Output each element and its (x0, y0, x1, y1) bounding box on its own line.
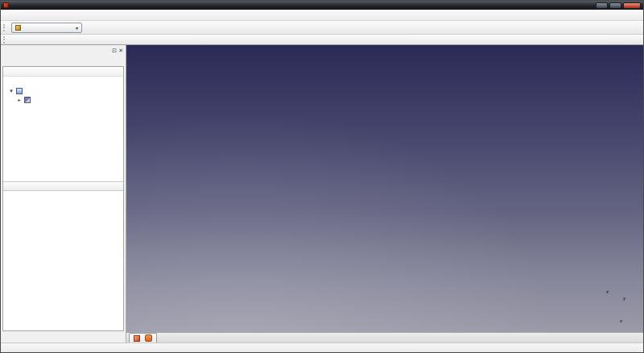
close-button[interactable] (623, 2, 641, 9)
tree-item-document[interactable]: ▼ (3, 86, 123, 95)
float-panel-icon[interactable]: ⊡ (112, 48, 117, 53)
freecad-logo-icon (3, 2, 9, 8)
tree-collapsed-icon[interactable]: ▸ (16, 97, 23, 102)
axis-cross: z y x (595, 287, 632, 324)
toolbar-standard: ▾ (1, 21, 643, 35)
workbench-icon (15, 25, 21, 31)
tree-item-application[interactable] (3, 77, 123, 86)
document-icon (16, 88, 23, 94)
freecad-window: { "window": { "title": "FreeCAD" }, "men… (0, 0, 644, 353)
window-controls (596, 2, 641, 9)
menu-bar (1, 10, 643, 21)
combo-view-panel: ⊡ ✕ ▼ ▸ (1, 45, 126, 343)
title-bar (1, 1, 643, 10)
tree-item-cut007[interactable]: ▸ (3, 95, 123, 104)
minimize-button[interactable] (596, 2, 608, 9)
axis-x-label: x (620, 318, 622, 323)
main-area: ⊡ ✕ ▼ ▸ (1, 45, 643, 343)
3d-viewport[interactable]: z y x (126, 45, 643, 332)
document-tab-bar (126, 332, 643, 343)
cad-part-vortex-frame[interactable] (126, 45, 643, 331)
status-bar (1, 343, 643, 353)
toolbar-grip[interactable] (3, 36, 6, 44)
document-file-icon (134, 335, 140, 342)
model-tree-container: ▼ ▸ (2, 66, 124, 331)
model-tree: ▼ ▸ (3, 77, 123, 181)
tree-expanded-icon[interactable]: ▼ (8, 89, 14, 93)
cut-feature-icon (24, 97, 31, 103)
close-panel-icon[interactable]: ✕ (118, 48, 123, 53)
property-table-empty-area (3, 191, 123, 330)
toolbar-grip[interactable] (3, 24, 6, 31)
tree-header (3, 67, 123, 77)
chevron-down-icon: ▾ (76, 25, 78, 31)
axis-y-label: y (623, 296, 625, 301)
property-header (3, 181, 123, 191)
axis-z-label: z (606, 289, 609, 294)
close-document-icon[interactable] (145, 334, 152, 342)
panel-bottom-tabs (1, 331, 126, 343)
toolbar-workbench (1, 35, 643, 45)
combo-view-titlebar: ⊡ ✕ (1, 45, 126, 55)
workbench-selector[interactable]: ▾ (11, 23, 82, 33)
combo-view-tabs (1, 55, 126, 66)
maximize-button[interactable] (609, 2, 621, 9)
viewport-column: z y x (126, 45, 643, 343)
document-tab[interactable] (129, 333, 157, 343)
